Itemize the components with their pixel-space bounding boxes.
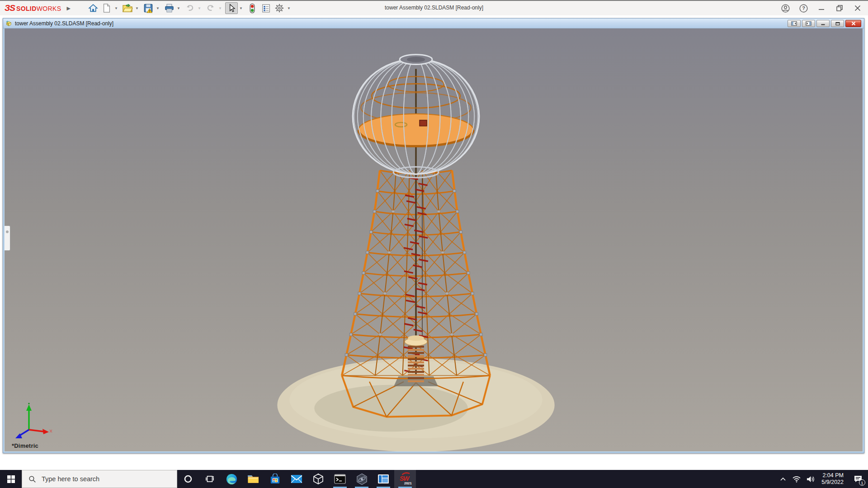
start-button[interactable] [0, 470, 22, 488]
document-window: tower Assembly 02.SLDASM [Read-only] [3, 18, 864, 453]
undo-icon [185, 3, 195, 13]
3d-viewer-icon [312, 473, 324, 485]
save-button[interactable] [142, 2, 155, 14]
taskbar-app-solidworks[interactable]: S W 2021 [394, 470, 416, 488]
featuremanager-collapsed-tab[interactable] [5, 225, 10, 251]
account-button[interactable] [778, 2, 793, 14]
search-icon [28, 475, 36, 483]
taskbar-app-edge[interactable] [221, 470, 242, 488]
document-titlebar[interactable]: tower Assembly 02.SLDASM [Read-only] [3, 19, 864, 28]
edge-icon [226, 473, 238, 485]
solidworks-logo: ЗS SOLID WORKS [5, 3, 61, 13]
hidden-icons-button[interactable] [776, 470, 790, 488]
command-prompt-icon [334, 474, 346, 484]
print-dropdown-caret[interactable]: ▼ [176, 6, 181, 10]
action-center-button[interactable]: 1 [848, 470, 868, 488]
save-dropdown-caret[interactable]: ▼ [156, 6, 160, 10]
file-properties-icon [261, 4, 271, 13]
cortana-button[interactable] [177, 470, 199, 488]
tower-assembly-model[interactable] [5, 28, 863, 451]
wifi-icon [792, 475, 801, 483]
redo-dropdown-caret[interactable]: ▼ [218, 6, 222, 10]
open-dropdown-caret[interactable]: ▼ [135, 6, 139, 10]
new-document-button[interactable] [100, 2, 113, 14]
document-restore-icon [835, 21, 840, 26]
document-restore-button[interactable] [831, 20, 844, 27]
svg-text:?: ? [802, 5, 805, 11]
home-button[interactable] [87, 2, 99, 14]
document-window-buttons [788, 20, 862, 27]
svg-text:2021: 2021 [404, 481, 412, 485]
solidworks-logo-bold: SOLID [16, 5, 37, 12]
mail-icon [291, 474, 302, 484]
tray-time: 2:04 PM [822, 472, 844, 479]
task-view-icon [205, 475, 214, 483]
new-dropdown-caret[interactable]: ▼ [114, 6, 118, 10]
document-minimize-button[interactable] [816, 20, 830, 27]
taskbar-app-mail[interactable] [286, 470, 307, 488]
select-dropdown-caret[interactable]: ▼ [239, 6, 243, 10]
edrawings-hexagon-icon [356, 473, 368, 485]
document-close-icon [851, 21, 856, 26]
right-pane-icon [806, 21, 811, 26]
network-button[interactable] [790, 470, 803, 488]
main-window-title: tower Assembly 02.SLDASM [Read-only] [385, 5, 483, 11]
document-minimize-icon [821, 21, 826, 26]
undo-button[interactable] [184, 2, 196, 14]
taskbar-search-input[interactable]: Type here to search [22, 470, 177, 488]
restore-button[interactable] [832, 2, 847, 14]
taskbar-app-remote-desktop[interactable] [373, 470, 394, 488]
restore-icon [836, 5, 843, 12]
redo-icon [206, 3, 216, 13]
speaker-icon [806, 475, 815, 483]
taskbar-app-edrawings[interactable] [351, 470, 373, 488]
menu-flyout-arrow-icon[interactable]: ▶ [67, 5, 71, 11]
help-button[interactable]: ? [796, 2, 811, 14]
solidworks-app-icon: S W 2021 [398, 472, 412, 486]
taskbar-clock[interactable]: 2:04 PM 5/9/2022 [817, 470, 848, 488]
help-icon: ? [799, 4, 808, 13]
volume-button[interactable] [803, 470, 817, 488]
undo-dropdown-caret[interactable]: ▼ [197, 6, 202, 10]
graphics-viewport[interactable]: *Dimetric [5, 28, 863, 451]
print-icon [164, 3, 175, 13]
print-button[interactable] [163, 2, 175, 14]
account-icon [781, 4, 790, 13]
windows-logo-icon [7, 475, 15, 483]
collapse-dot-icon [6, 230, 9, 233]
options-dropdown-caret[interactable]: ▼ [287, 6, 291, 10]
show-left-pane-button[interactable] [788, 20, 801, 27]
close-button[interactable] [850, 2, 865, 14]
file-properties-button[interactable] [259, 2, 272, 14]
orientation-triad [11, 403, 52, 441]
view-orientation-label: *Dimetric [12, 442, 38, 449]
assembly-icon [5, 20, 13, 27]
cortana-icon [184, 474, 193, 483]
select-cursor-icon [227, 3, 236, 13]
rebuild-traffic-light-icon [248, 3, 256, 14]
quick-access-toolbar: ▼ ▼ ▼ ▼ ▼ ▼ ▼ ▼ [87, 2, 293, 14]
taskbar-app-file-explorer[interactable] [242, 470, 264, 488]
taskbar-app-3d-viewer[interactable] [307, 470, 329, 488]
options-button[interactable] [273, 2, 286, 14]
show-right-pane-button[interactable] [802, 20, 815, 27]
home-icon [88, 3, 98, 13]
taskbar-app-store[interactable] [264, 470, 286, 488]
minimize-button[interactable] [814, 2, 829, 14]
select-button[interactable] [225, 2, 238, 14]
redo-button[interactable] [204, 2, 217, 14]
open-icon [122, 3, 133, 13]
rebuild-button[interactable] [246, 2, 259, 14]
window-controls: ? [778, 2, 865, 14]
taskbar-app-command-prompt[interactable] [329, 470, 351, 488]
remote-desktop-icon [377, 474, 389, 484]
document-close-button[interactable] [845, 20, 861, 27]
tray-date: 5/9/2022 [821, 479, 844, 486]
document-title: tower Assembly 02.SLDASM [Read-only] [15, 20, 113, 27]
new-document-icon [102, 3, 111, 13]
chevron-up-icon [780, 477, 786, 481]
microsoft-store-icon [269, 474, 281, 485]
open-button[interactable] [121, 2, 134, 14]
search-placeholder-text: Type here to search [42, 475, 99, 483]
task-view-button[interactable] [199, 470, 221, 488]
